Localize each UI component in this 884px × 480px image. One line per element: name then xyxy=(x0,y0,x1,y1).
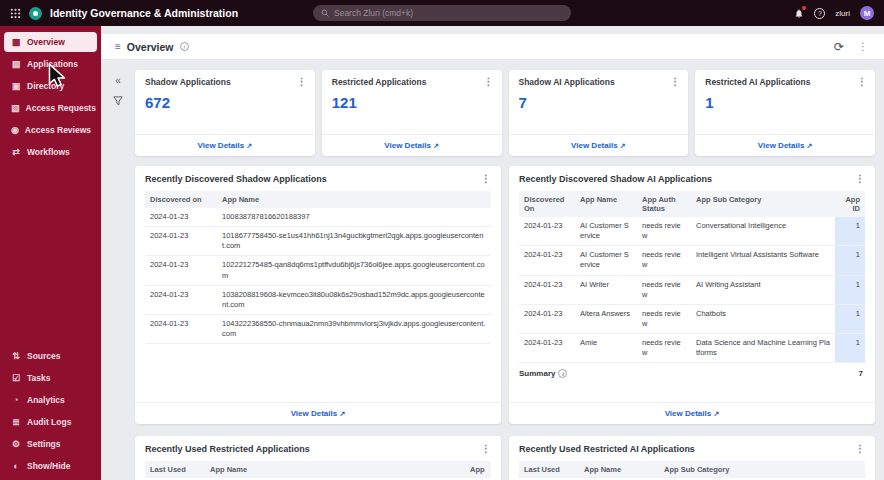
view-details-link[interactable]: View Details ↗ xyxy=(695,134,875,156)
access-requests-icon: ▧ xyxy=(11,103,20,113)
table-row[interactable]: 2024-01-23 100838787816620188397 xyxy=(145,208,491,227)
table-row[interactable]: 2024-01-23 Amie needs review Data Scienc… xyxy=(519,334,865,363)
column-header[interactable]: App xyxy=(470,465,486,474)
card-kebab-menu-icon[interactable]: ⋮ xyxy=(479,444,493,454)
column-header[interactable]: App Sub Category xyxy=(664,465,860,474)
collapse-rail-icon[interactable]: « xyxy=(115,76,121,86)
external-link-icon: ↗ xyxy=(807,142,813,149)
summary-info-icon[interactable]: i xyxy=(558,369,567,378)
directory-icon: ▣ xyxy=(11,81,21,91)
stat-title: Restricted Applications xyxy=(332,77,427,87)
discovered-on-cell: 2024-01-23 xyxy=(145,256,217,285)
table-row[interactable]: 2024-01-23 AI Customer Service needs rev… xyxy=(519,246,865,275)
shadow-applications-table-card: Recently Discovered Shadow Applications … xyxy=(135,166,501,424)
column-header[interactable]: App Name xyxy=(584,465,664,474)
sidebar-item-overview[interactable]: ▦ Overview xyxy=(4,32,97,52)
app-id-cell: 1 xyxy=(835,275,865,304)
audit-logs-icon: ≣ xyxy=(11,417,21,427)
sidebar-item-audit-logs[interactable]: ≣ Audit Logs xyxy=(4,412,97,432)
app-name-cell: 1038208819608-kevmceo3it80u08k6s29osbad1… xyxy=(217,285,491,314)
view-details-link[interactable]: View Details ↗ xyxy=(135,134,315,156)
page-title: Overview xyxy=(127,41,174,53)
stat-value: 672 xyxy=(135,87,315,134)
table-row[interactable]: 2024-01-23 AI Customer Service needs rev… xyxy=(519,217,865,246)
sidebar-item-label: Applications xyxy=(27,59,78,69)
stat-title: Restricted AI Applications xyxy=(705,77,810,87)
view-details-link[interactable]: View Details ↗ xyxy=(509,134,689,156)
card-kebab-menu-icon[interactable]: ⋮ xyxy=(853,444,867,454)
filter-funnel-icon[interactable] xyxy=(113,96,123,106)
sidebar-item-settings[interactable]: ⚙ Settings xyxy=(4,434,97,454)
view-details-label: View Details xyxy=(665,409,712,418)
table-header-row: Last Used App Name App Sub Category xyxy=(519,461,865,478)
sidebar-item-access-requests[interactable]: ▧ Access Requests xyxy=(4,98,97,118)
column-header[interactable]: App Name xyxy=(210,465,470,474)
discovered-on-cell: 2024-01-23 xyxy=(519,217,575,246)
column-header[interactable]: App Sub Category xyxy=(691,191,835,217)
card-kebab-menu-icon[interactable]: ⋮ xyxy=(855,77,869,87)
column-header[interactable]: App Name xyxy=(575,191,637,217)
refresh-icon[interactable]: ⟳ xyxy=(834,41,844,53)
column-header[interactable]: Last Used xyxy=(150,465,210,474)
summary-value: 7 xyxy=(859,369,863,378)
product-logo-icon xyxy=(29,7,42,20)
card-kebab-menu-icon[interactable]: ⋮ xyxy=(482,77,496,87)
card-kebab-menu-icon[interactable]: ⋮ xyxy=(479,174,493,184)
column-header[interactable]: App Auth Status xyxy=(637,191,691,217)
shadow-ai-applications-table-card: Recently Discovered Shadow AI Applicatio… xyxy=(509,166,875,424)
stat-title: Shadow AI Applications xyxy=(519,77,615,87)
table-row[interactable]: 2024-01-23 1043222368550-chnmaua2nmn39vh… xyxy=(145,314,491,343)
page-kebab-menu-icon[interactable]: ⋮ xyxy=(856,42,870,52)
table-row[interactable]: 2024-01-23 1018677758450-se1us41hh61nj13… xyxy=(145,227,491,256)
restricted-applications-table-card: Recently Used Restricted Applications ⋮ … xyxy=(135,436,501,480)
collapse-panel-icon[interactable]: ≡ xyxy=(115,41,121,52)
sidebar-item-applications[interactable]: ▤ Applications xyxy=(4,54,97,74)
auth-status-cell: needs review xyxy=(637,304,691,333)
global-search[interactable] xyxy=(313,5,571,21)
sub-category-cell: Data Science and Machine Learning Platfo… xyxy=(691,334,835,363)
card-kebab-menu-icon[interactable]: ⋮ xyxy=(853,174,867,184)
card-kebab-menu-icon[interactable]: ⋮ xyxy=(668,77,682,87)
view-details-link[interactable]: View Details ↗ xyxy=(322,134,502,156)
sidebar-item-label: Show/Hide xyxy=(27,461,70,471)
card-title: Recently Used Restricted AI Applications xyxy=(519,444,695,454)
column-header[interactable]: Discovered on xyxy=(145,191,217,208)
help-icon[interactable]: ? xyxy=(814,8,825,19)
table-row[interactable]: 2024-01-23 1038208819608-kevmceo3it80u08… xyxy=(145,285,491,314)
table-row[interactable]: 2024-01-23 102221275485-qan8dq6ms1ptffvd… xyxy=(145,256,491,285)
app-id-cell: 1 xyxy=(835,217,865,246)
column-header[interactable]: Last Used xyxy=(524,465,584,474)
sidebar-item-access-reviews[interactable]: ◉ Access Reviews xyxy=(4,120,97,140)
view-details-label: View Details xyxy=(758,141,805,150)
stat-title: Shadow Applications xyxy=(145,77,231,87)
view-details-link[interactable]: View Details ↗ xyxy=(509,402,875,424)
discovered-on-cell: 2024-01-23 xyxy=(145,285,217,314)
sidebar-item-show-hide[interactable]: ◐ Show/Hide xyxy=(4,456,97,476)
page-info-icon[interactable]: i xyxy=(180,42,189,51)
sidebar-item-workflows[interactable]: ⇄ Workflows xyxy=(4,142,97,162)
view-details-link[interactable]: View Details ↗ xyxy=(135,402,501,424)
sidebar-spacer xyxy=(0,163,101,345)
sidebar-item-directory[interactable]: ▣ Directory xyxy=(4,76,97,96)
card-kebab-menu-icon[interactable]: ⋮ xyxy=(295,77,309,87)
sidebar-item-label: Sources xyxy=(27,351,61,361)
column-header[interactable]: App Name xyxy=(217,191,491,208)
sidebar-item-sources[interactable]: ⇅ Sources xyxy=(4,346,97,366)
column-header[interactable]: App ID xyxy=(835,191,865,217)
sidebar-item-tasks[interactable]: ☑ Tasks xyxy=(4,368,97,388)
sidebar-item-analytics[interactable]: ◔ Analytics xyxy=(4,390,97,410)
page-header: ≡ Overview i ⟳ ⋮ xyxy=(101,34,884,60)
brand-wordmark: zluri xyxy=(835,9,850,18)
sidebar-item-label: Audit Logs xyxy=(27,417,71,427)
search-input[interactable] xyxy=(334,8,563,18)
user-avatar[interactable]: M xyxy=(860,6,874,20)
app-name-cell: AI Customer Service xyxy=(575,246,637,275)
table-row[interactable]: 2024-01-23 AI Writer needs review AI Wri… xyxy=(519,275,865,304)
table-row[interactable]: 2024-01-23 Altera Answers needs review C… xyxy=(519,304,865,333)
dashboard-content: « Shadow Applications ⋮ 672 View Details… xyxy=(101,60,884,480)
notifications-bell-icon[interactable] xyxy=(794,8,804,19)
top-bar: Identity Governance & Administration ? z… xyxy=(0,0,884,26)
shadow-ai-applications-table: Discovered On App Name App Auth Status A… xyxy=(519,191,865,363)
column-header[interactable]: Discovered On xyxy=(519,191,575,217)
app-grid-icon[interactable] xyxy=(10,8,21,19)
